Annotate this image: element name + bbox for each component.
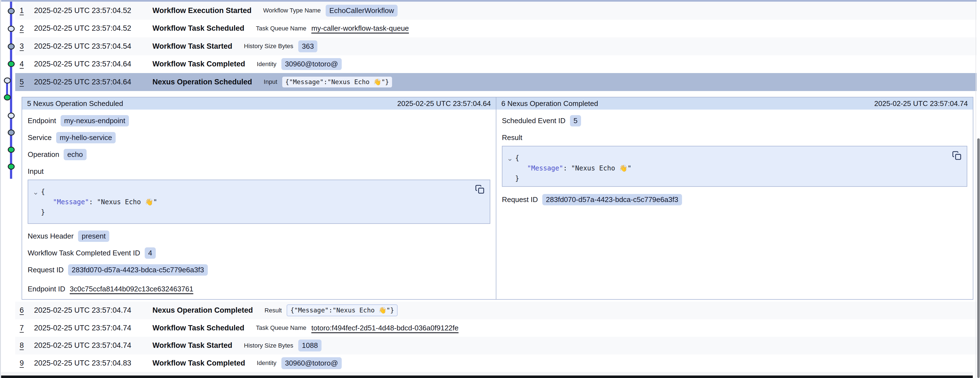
copy-icon [952, 151, 961, 160]
field-label: Operation [28, 150, 59, 159]
event-payload-preview: {"Message":"Nexus Echo 👋"} [282, 77, 392, 88]
event-type: Workflow Task Started [153, 341, 232, 350]
event-detail-label: Identity [257, 61, 277, 68]
payload-json-viewer: ⌄ { "Message": "Nexus Echo 👋" } [28, 180, 490, 224]
event-row[interactable]: 4 2025-02-25 UTC 23:57:04.64 Workflow Ta… [15, 55, 977, 73]
event-row[interactable]: 6 2025-02-25 UTC 23:57:04.74 Nexus Opera… [15, 301, 977, 319]
field-value-badge: 4 [145, 247, 156, 259]
field-label: Endpoint ID [28, 285, 65, 293]
event-id-link[interactable]: 9 [20, 359, 34, 367]
event-node-completed[interactable] [8, 164, 15, 170]
event-id-link[interactable]: 2 [20, 24, 34, 33]
field-row: Endpoint my-nexus-endpoint [28, 115, 129, 126]
event-timestamp: 2025-02-25 UTC 23:57:04.64 [34, 78, 153, 86]
event-row[interactable]: 3 2025-02-25 UTC 23:57:04.54 Workflow Ta… [15, 37, 977, 55]
task-queue-link[interactable]: totoro:f494fecf-2d51-4d48-bdcd-036a0f912… [311, 324, 458, 332]
panel-header: 6 Nexus Operation Completed 2025-02-25 U… [496, 97, 973, 110]
field-row: Request ID 283fd070-d57a-4423-bdca-c5c77… [28, 264, 208, 276]
event-node-nexus-scheduled[interactable] [4, 78, 11, 84]
event-type: Workflow Task Scheduled [153, 24, 244, 33]
event-node-started[interactable] [8, 129, 15, 136]
event-node-completed[interactable] [8, 147, 15, 153]
field-label: Request ID [502, 195, 538, 204]
event-id-link[interactable]: 5 [20, 78, 34, 86]
copy-button[interactable] [951, 150, 962, 161]
event-node-scheduled[interactable] [8, 26, 15, 32]
field-label: Service [28, 133, 52, 142]
event-row-selected[interactable]: 5 2025-02-25 UTC 23:57:04.64 Nexus Opera… [15, 73, 977, 91]
event-node-scheduled[interactable] [8, 113, 15, 119]
event-node-nexus-completed[interactable] [4, 94, 11, 100]
field-row: Scheduled Event ID 5 [502, 115, 581, 126]
field-label: Nexus Header [28, 232, 73, 241]
scrollbar-track[interactable] [975, 2, 976, 378]
event-type: Workflow Task Started [153, 42, 232, 51]
event-detail-label: Identity [257, 359, 277, 367]
field-row: Service my-hello-service [28, 132, 116, 144]
field-label: Workflow Task Completed Event ID [28, 249, 140, 257]
event-timestamp: 2025-02-25 UTC 23:57:04.74 [34, 306, 153, 315]
collapse-chevron-icon[interactable]: ⌄ [33, 188, 39, 196]
field-value-badge: echo [64, 149, 86, 160]
event-detail-value-badge: 1088 [298, 340, 321, 351]
panel-title: 6 Nexus Operation Completed [501, 99, 598, 108]
event-type: Workflow Task Completed [153, 359, 245, 367]
panel-nexus-operation-completed: 6 Nexus Operation Completed 2025-02-25 U… [496, 97, 973, 299]
event-detail-label: Result [264, 307, 282, 314]
panel-timestamp: 2025-02-25 UTC 23:57:04.74 [874, 99, 968, 108]
event-detail-panels: 5 Nexus Operation Scheduled 2025-02-25 U… [22, 97, 974, 300]
event-id-link[interactable]: 1 [20, 6, 34, 15]
input-section-label: Input [28, 166, 44, 177]
event-detail-value-badge: EchoCallerWorkflow [326, 5, 398, 17]
event-detail-label: Input [264, 78, 277, 86]
result-section-label: Result [502, 132, 522, 143]
event-id-link[interactable]: 8 [20, 341, 34, 350]
task-queue-link[interactable]: my-caller-workflow-task-queue [311, 24, 409, 33]
collapse-chevron-icon[interactable]: ⌄ [507, 154, 513, 163]
field-row: Nexus Header present [28, 231, 109, 242]
event-timestamp: 2025-02-25 UTC 23:57:04.83 [34, 359, 153, 367]
event-detail-label: Task Queue Name [256, 25, 306, 32]
event-row[interactable]: 8 2025-02-25 UTC 23:57:04.74 Workflow Ta… [15, 337, 977, 354]
event-node-started[interactable] [8, 8, 15, 14]
copy-icon [475, 185, 484, 194]
endpoint-id-link[interactable]: 3c0c75ccfa8144b092c13ce632463761 [70, 285, 193, 293]
event-payload-preview: {"Message":"Nexus Echo 👋"} [286, 305, 398, 316]
event-type: Nexus Operation Scheduled [153, 78, 252, 86]
scrollbar-thumb[interactable] [977, 138, 980, 378]
field-row: Endpoint ID 3c0c75ccfa8144b092c13ce63246… [28, 283, 193, 294]
panel-nexus-operation-scheduled: 5 Nexus Operation Scheduled 2025-02-25 U… [22, 97, 496, 299]
panel-title: 5 Nexus Operation Scheduled [27, 99, 123, 108]
event-id-link[interactable]: 6 [20, 306, 34, 315]
event-id-link[interactable]: 3 [20, 42, 34, 51]
workflow-history-view: 1 2025-02-25 UTC 23:57:04.52 Workflow Ex… [0, 0, 980, 378]
event-row[interactable]: 1 2025-02-25 UTC 23:57:04.52 Workflow Ex… [15, 2, 977, 20]
event-id-link[interactable]: 4 [20, 60, 34, 69]
field-label: Scheduled Event ID [502, 116, 566, 125]
field-value-badge: 283fd070-d57a-4423-bdca-c5c779e6a3f3 [68, 264, 208, 276]
field-value-badge: my-nexus-endpoint [60, 115, 129, 126]
event-type: Workflow Task Scheduled [153, 324, 244, 332]
event-row[interactable]: 7 2025-02-25 UTC 23:57:04.74 Workflow Ta… [15, 319, 977, 337]
event-timestamp: 2025-02-25 UTC 23:57:04.52 [34, 6, 153, 15]
copy-button[interactable] [474, 184, 485, 195]
event-type: Nexus Operation Completed [153, 306, 253, 315]
panel-header: 5 Nexus Operation Scheduled 2025-02-25 U… [22, 97, 496, 110]
event-timestamp: 2025-02-25 UTC 23:57:04.64 [34, 60, 153, 69]
event-node-completed[interactable] [8, 61, 15, 67]
panel-timestamp: 2025-02-25 UTC 23:57:04.64 [397, 99, 491, 108]
payload-json-viewer: ⌄ { "Message": "Nexus Echo 👋" } [502, 146, 967, 187]
field-value-badge: 5 [570, 115, 581, 126]
panel-body: Endpoint my-nexus-endpoint Service my-he… [22, 110, 496, 298]
event-node-started[interactable] [8, 43, 15, 49]
event-timestamp: 2025-02-25 UTC 23:57:04.74 [34, 341, 153, 350]
event-detail-value-badge: 30960@totoro@ [282, 58, 342, 70]
next-section-gap [1, 372, 973, 375]
event-id-link[interactable]: 7 [20, 324, 34, 332]
next-section-edge [1, 375, 973, 378]
event-row[interactable]: 9 2025-02-25 UTC 23:57:04.83 Workflow Ta… [15, 354, 977, 372]
field-row: Workflow Task Completed Event ID 4 [28, 247, 156, 259]
event-timestamp: 2025-02-25 UTC 23:57:04.54 [34, 42, 153, 51]
field-value-badge: my-hello-service [56, 132, 116, 144]
event-row[interactable]: 2 2025-02-25 UTC 23:57:04.52 Workflow Ta… [15, 20, 977, 38]
